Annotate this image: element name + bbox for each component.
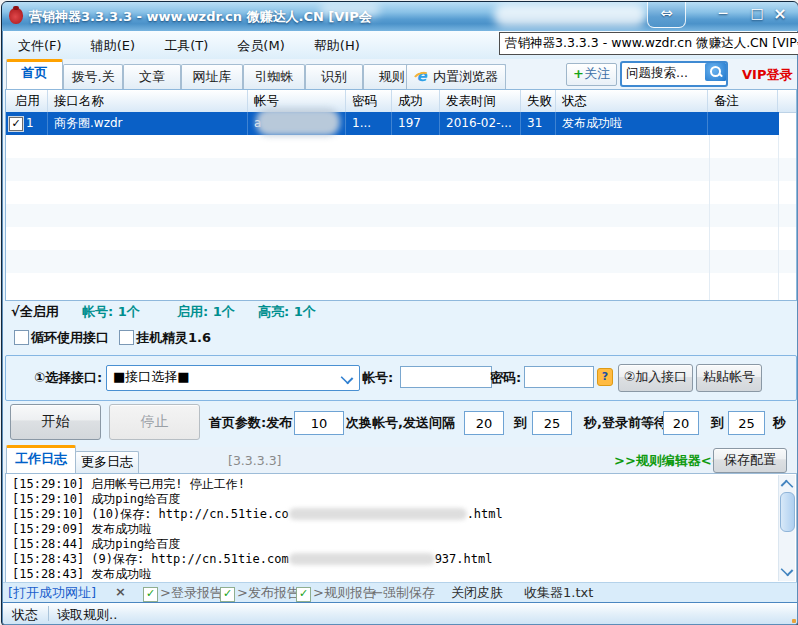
status-text: 读取规则.. [57, 606, 117, 624]
col-time[interactable]: 发表时间 [440, 90, 521, 112]
password-field[interactable] [524, 366, 594, 388]
collector-file-label[interactable]: 收集器1.txt [524, 584, 593, 602]
tab-dial[interactable]: 拨号.关 [63, 64, 123, 89]
minimize-button[interactable]: ─ [709, 5, 737, 21]
all-enable-toggle[interactable]: √全启用 [11, 303, 59, 321]
hang-checkbox[interactable] [119, 330, 134, 345]
cell-time: 2016-02-... [440, 112, 521, 135]
table-empty-row [6, 273, 796, 298]
tab-work-log[interactable]: 工作日志 [6, 445, 76, 473]
close-button[interactable]: × [767, 4, 793, 23]
tab-spider[interactable]: 引蜘蛛 [243, 64, 305, 89]
scroll-up-icon[interactable] [781, 480, 794, 493]
tab-builtin-browser[interactable]: e内置浏览器 [406, 64, 506, 89]
resize-button[interactable]: ⇔ [647, 2, 686, 28]
col-fail[interactable]: 失败 [521, 90, 556, 112]
interval-min-field[interactable] [464, 411, 504, 435]
cell-name: 商务圈.wzdr [48, 112, 248, 135]
status-label: 状态 [12, 606, 38, 624]
main-tabs: 首页 拨号.关 文章 网址库 引蜘蛛 识别 规则 设置 e内置浏览器 +关注 V… [3, 59, 797, 89]
password-label: 密码: [490, 369, 521, 387]
col-status[interactable]: 状态 [556, 90, 708, 112]
table-empty-row [6, 204, 796, 227]
enabled-count: 启用: 1个 [177, 303, 235, 321]
scrollbar-thumb[interactable] [780, 492, 795, 532]
col-password[interactable]: 密码 [346, 90, 392, 112]
open-success-urls-link[interactable]: [打开成功网址] [8, 584, 96, 602]
plus-icon: + [573, 66, 584, 81]
log-line: [15:28:43]发布成功啦 [12, 567, 776, 582]
rule-editor-link[interactable]: >>规则编辑器<< [614, 452, 723, 470]
tab-recognize[interactable]: 识别 [305, 64, 363, 89]
log-tabs: 工作日志 更多日志 [3.3.3.3] >>规则编辑器<< 保存配置 [3, 447, 797, 473]
to-label-2: 到 [711, 414, 724, 432]
interface-select[interactable]: ■接口选择■ [106, 365, 360, 391]
col-note[interactable]: 备注 [708, 90, 778, 112]
add-interface-button[interactable]: ②加入接口 [618, 364, 693, 392]
tab-browser-label: 内置浏览器 [433, 69, 498, 84]
loop-label[interactable]: 循环使用接口 [31, 329, 109, 347]
checkbox-checked-icon[interactable]: ✓ [296, 587, 311, 602]
redaction-blur [289, 508, 467, 520]
stop-button[interactable]: 停止 [109, 404, 200, 440]
log-line: [15:29:10]启用帐号已用完! 停止工作! [12, 477, 776, 492]
search-input[interactable] [624, 63, 702, 83]
follow-button[interactable]: +关注 [566, 63, 617, 86]
help-icon[interactable]: ? [597, 368, 613, 386]
wait-min-field[interactable] [663, 411, 699, 435]
col-enable[interactable]: 启用 [6, 90, 48, 112]
login-report-toggle[interactable]: ✓>登录报告 [143, 584, 223, 602]
tab-article[interactable]: 文章 [123, 64, 181, 89]
force-save-link[interactable]: ←强制保存 [372, 584, 435, 602]
log-lines: [15:29:10]启用帐号已用完! 停止工作! [15:29:10]成功pin… [12, 477, 776, 582]
resize-grip[interactable] [792, 619, 796, 623]
titlebar[interactable]: 营销神器3.3.3.3 - www.wzdr.cn 微赚达人.CN [VIP会 … [2, 2, 798, 31]
menu-help[interactable]: 帮助(H) [305, 35, 369, 57]
search-button[interactable] [705, 63, 726, 81]
log-line: [15:28:43](9)保存: http://cn.51tie.com937.… [12, 552, 776, 567]
log-area[interactable]: [15:29:10]启用帐号已用完! 停止工作! [15:29:10]成功pin… [5, 473, 797, 583]
start-button[interactable]: 开始 [10, 404, 101, 440]
tab-urllib[interactable]: 网址库 [181, 64, 243, 89]
close-icon[interactable]: × [115, 584, 126, 599]
menu-member[interactable]: 会员(M) [228, 35, 293, 57]
interval-label: 次换帐号,发送间隔 [346, 414, 455, 432]
table-empty-row [6, 181, 796, 204]
bottom-toolbar: [打开成功网址] × ✓>登录报告 ✓>发布报告 ✓>规则报告 ←强制保存 关闭… [3, 582, 797, 602]
rule-report-toggle[interactable]: ✓>规则报告 [296, 584, 376, 602]
menu-file[interactable]: 文件(F) [9, 35, 71, 57]
select-interface-label: ①选择接口: [34, 369, 102, 387]
wait-label: 秒,登录前等待 [584, 414, 667, 432]
paste-account-button[interactable]: 粘贴帐号 [696, 364, 762, 392]
interval-max-field[interactable] [532, 411, 572, 435]
account-field[interactable] [400, 366, 492, 388]
menu-tools[interactable]: 工具(T) [155, 35, 217, 57]
row-index: 1 [26, 116, 34, 130]
vip-login-link[interactable]: VIP登录 [742, 66, 792, 84]
publish-report-toggle[interactable]: ✓>发布报告 [220, 584, 300, 602]
log-line: [15:29:10]成功ping给百度 [12, 492, 776, 507]
scroll-down-icon[interactable] [781, 564, 794, 577]
checkbox-checked-icon[interactable]: ✓ [220, 587, 235, 602]
redaction-blur [494, 4, 646, 27]
table-row[interactable]: ✓1 商务圈.wzdr a 1... 197 2016-02-... 31 发布… [6, 112, 779, 135]
row-checkbox[interactable]: ✓ [9, 117, 23, 131]
loop-checkbox[interactable] [14, 330, 29, 345]
search-box [620, 61, 728, 87]
tab-home[interactable]: 首页 [6, 59, 63, 89]
checkbox-checked-icon[interactable]: ✓ [143, 587, 158, 602]
account-label: 帐号: [362, 369, 393, 387]
publish-count-field[interactable] [294, 411, 344, 435]
col-success[interactable]: 成功 [392, 90, 440, 112]
wait-max-field[interactable] [728, 411, 765, 435]
chevron-down-icon [341, 372, 354, 385]
log-scrollbar[interactable] [778, 475, 795, 581]
options-row: 循环使用接口 挂机精灵1.6 [2, 328, 798, 348]
tab-more-log[interactable]: 更多日志 [75, 451, 139, 473]
hang-label[interactable]: 挂机精灵1.6 [136, 329, 211, 347]
save-config-button[interactable]: 保存配置 [713, 448, 787, 473]
menu-assist[interactable]: 辅助(E) [82, 35, 144, 57]
col-name[interactable]: 接口名称 [48, 90, 248, 112]
close-skin-link[interactable]: 关闭皮肤 [451, 584, 503, 602]
version-label: [3.3.3.3] [228, 453, 282, 468]
